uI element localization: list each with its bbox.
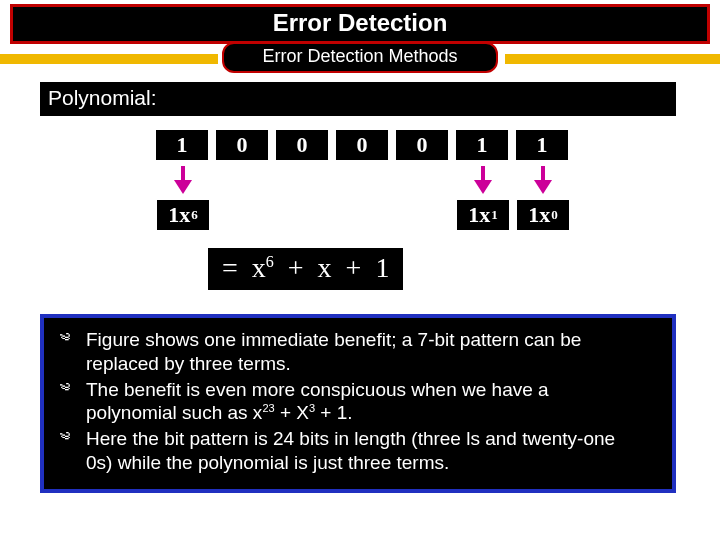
term-exp: 6 <box>191 207 198 223</box>
bullet-text: + X <box>275 402 309 423</box>
exp-6: 6 <box>266 253 274 270</box>
list-item: ༄ Here the bit pattern is 24 bits in len… <box>60 427 656 475</box>
term-var: x <box>479 202 490 228</box>
bit-row: 1 0 0 0 0 1 1 <box>154 128 570 162</box>
term-var: x <box>179 202 190 228</box>
slide-subtitle: Error Detection Methods <box>222 42 498 73</box>
list-item: ༄ The benefit is even more conspicuous w… <box>60 378 656 426</box>
bit-cell: 0 <box>334 128 390 162</box>
term-row: 1x6 1x1 1x0 <box>155 198 571 232</box>
equation: = x6 + x + 1 <box>208 248 403 290</box>
exp-23: 23 <box>262 402 274 414</box>
term-cell: 1x0 <box>515 198 571 232</box>
bullet-text: polynomial such as x <box>86 402 262 423</box>
x-var: x <box>252 252 266 283</box>
term-exp: 1 <box>491 207 498 223</box>
bit-cell: 0 <box>214 128 270 162</box>
bullet-text: replaced by three terms. <box>86 353 291 374</box>
bit-cell: 1 <box>154 128 210 162</box>
term-cell: 1x1 <box>455 198 511 232</box>
bit-cell: 0 <box>274 128 330 162</box>
bullet-text: Figure shows one immediate benefit; a 7-… <box>86 329 581 350</box>
bullet-icon: ༄ <box>60 328 86 376</box>
stripe-left <box>0 54 218 64</box>
body-text: ༄ Figure shows one immediate benefit; a … <box>40 314 676 493</box>
bit-cell: 1 <box>454 128 510 162</box>
bullet-text: The benefit is even more conspicuous whe… <box>86 379 549 400</box>
arrow-down-icon <box>176 166 190 194</box>
stripe-right <box>505 54 720 64</box>
bit-cell: 1 <box>514 128 570 162</box>
bullet-text: 0s) while the polynomial is just three t… <box>86 452 449 473</box>
term-var: x <box>539 202 550 228</box>
x-mid: x <box>318 252 332 283</box>
plus-sign: + <box>346 252 362 283</box>
term-coef: 1 <box>168 202 179 228</box>
bullet-icon: ༄ <box>60 427 86 475</box>
const-one: 1 <box>375 252 389 283</box>
bullet-icon: ༄ <box>60 378 86 426</box>
arrow-down-icon <box>536 166 550 194</box>
equals-sign: = <box>222 252 238 283</box>
term-coef: 1 <box>468 202 479 228</box>
term-coef: 1 <box>528 202 539 228</box>
slide-title: Error Detection <box>10 4 710 44</box>
term-exp: 0 <box>551 207 558 223</box>
arrow-down-icon <box>476 166 490 194</box>
plus-sign: + <box>288 252 304 283</box>
bullet-text: + 1. <box>315 402 353 423</box>
list-item: ༄ Figure shows one immediate benefit; a … <box>60 328 656 376</box>
bit-cell: 0 <box>394 128 450 162</box>
section-label: Polynomial: <box>40 82 676 116</box>
bullet-text: Here the bit pattern is 24 bits in lengt… <box>86 428 615 449</box>
term-cell: 1x6 <box>155 198 211 232</box>
